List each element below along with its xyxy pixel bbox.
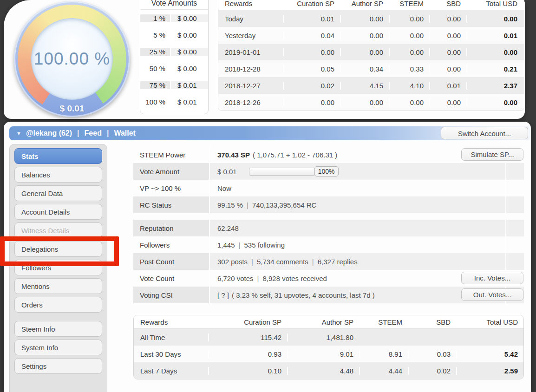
stat-row-post-count: Post Count 302 posts|5,734 comments|6,32… [133,253,524,270]
simulate-sp-button[interactable]: Simulate SP... [461,148,523,161]
stat-row-rc-status: RC Status 99.15 %|740,133,395,654 RC [133,196,524,213]
stat-row-steem-power: STEEM Power 370.43 SP( 1,075.71 + 1.02 -… [133,146,524,163]
stats-section: STEEM Power 370.43 SP( 1,075.71 + 1.02 -… [133,146,524,303]
votes-received-count: 8,928 votes received [262,274,327,282]
stat-row-followers: Followers 1,445|535 following [133,236,524,253]
stats-group-gap [133,213,524,220]
daily-rewards-table: Rewards Curation SP Author SP STEEM SBD … [218,0,524,111]
stat-row-voting-csi: Voting CSI [ ? ]( 3.23 % self, 31 upvote… [133,287,524,303]
table-row: Last 7 Days 0.10 4.48 4.44 0.02 2.59 [134,362,523,379]
vp-recharge-value: Now [209,180,505,196]
rc-percent: 99.15 % [217,201,243,209]
csi-value: ( 3.23 % self, 31 upvotes, 4 accounts, l… [232,291,375,299]
vote-amount-row: 5 % $ 0.00 [140,26,208,43]
sidebar-item-system-info[interactable]: System Info [14,340,102,355]
top-summary-card: 100.00 % $ 0.01 Vote Amounts 1 % $ 0.00 … [4,0,525,119]
vote-amount-row: 1 % $ 0.00 [140,10,208,26]
table-row: Yesterday 0.04 0.00 0.00 0.00 0.01 [218,27,524,44]
feed-link[interactable]: Feed [85,129,102,137]
posts-count: 302 posts [217,258,248,266]
bar-separator: | [107,129,109,137]
sidebar-item-account-details[interactable]: Account Details [14,204,102,220]
reputation-value: 62.248 [209,220,505,236]
outgoing-votes-button[interactable]: Out. Votes... [461,288,523,301]
sidebar-group-gap [14,315,102,321]
sidebar-item-witness-details: Witness Details [14,222,102,238]
steem-power-value: 370.43 SP [217,151,250,159]
sidebar-item-settings[interactable]: Settings [14,358,102,374]
stat-row-vp-recharge: VP ~> 100 % Now [133,180,524,196]
sidebar-item-steem-info[interactable]: Steem Info [14,321,102,337]
votes-given-count: 6,720 votes [217,274,254,282]
summary-rewards-header: Rewards Curation SP Author SP STEEM SBD … [134,315,523,329]
replies-count: 6,327 replies [318,258,358,266]
vote-weight-slider[interactable] [249,168,315,176]
stat-row-vote-count: Vote Count 6,720 votes|8,928 votes recei… [133,270,524,287]
sidebar-item-general-data[interactable]: General Data [14,185,102,201]
vote-weight-percent[interactable]: 100% [314,166,339,176]
table-row: 2018-12-28 0.05 0.34 0.33 0.00 0.21 [218,60,524,77]
bar-separator: | [77,129,79,137]
vote-amounts-panel: Vote Amounts 1 % $ 0.00 5 % $ 0.00 25 % … [140,0,209,114]
incoming-votes-button[interactable]: Inc. Votes... [461,272,523,284]
sidebar-item-stats[interactable]: Stats [14,148,102,164]
voting-power-percent: 100.00 % [34,49,110,69]
daily-rewards-header: Rewards Curation SP Author SP STEEM SBD … [218,0,524,10]
caret-down-icon[interactable]: ▼ [16,131,21,136]
sidebar-nav: Stats Balances General Data Account Deta… [9,144,107,392]
annotation-highlight-red-box [0,236,119,266]
csi-help-link[interactable]: [ ? ] [217,291,229,299]
gauge-inner-circle: 100.00 % [31,18,113,100]
stat-row-reputation: Reputation 62.248 [133,220,524,236]
switch-account-button[interactable]: Switch Account... [441,127,528,139]
sidebar-item-balances[interactable]: Balances [14,167,102,183]
rc-amount: 740,133,395,654 RC [252,201,316,209]
table-row: All Time 115.42 1,481.80 [134,329,523,346]
sidebar-item-mentions[interactable]: Mentions [14,278,102,294]
voting-power-gauge: 100.00 % $ 0.01 [14,1,130,117]
summary-rewards-table: Rewards Curation SP Author SP STEEM SBD … [133,315,524,379]
steem-power-breakdown: ( 1,075.71 + 1.02 - 706.31 ) [253,151,337,159]
table-row: 2018-12-27 0.02 4.15 4.10 0.01 2.37 [218,77,524,94]
stat-row-vote-amount: Vote Amount $ 0.01 100% [133,163,524,180]
table-row: 2018-12-26 0.00 0.00 0.00 0.00 0.00 [218,94,524,111]
table-row: 2019-01-01 0.00 0.00 0.00 0.00 0.00 [218,44,524,60]
vote-amount-row: 75 % $ 0.01 [140,77,208,93]
followers-count: 1,445 [217,241,235,249]
wallet-link[interactable]: Wallet [114,129,136,137]
vote-amount-row: 100 % $ 0.01 [140,93,208,110]
sidebar-item-orders[interactable]: Orders [14,297,102,313]
comments-count: 5,734 comments [257,258,308,266]
vote-amounts-title: Vote Amounts [140,0,208,10]
vote-value-label: $ 0.01 [14,104,130,114]
account-name-link[interactable]: @lekang (62) [26,129,72,137]
vote-amount-row: 25 % $ 0.00 [140,43,208,60]
vote-amount-row: 50 % $ 0.00 [140,60,208,77]
vote-amount-value: $ 0.01 [217,168,237,176]
table-row: Today 0.01 0.00 0.00 0.00 0.00 [218,10,524,27]
following-count: 535 following [244,241,285,249]
table-row: Last 30 Days 0.93 9.01 8.91 0.03 5.42 [134,346,523,362]
